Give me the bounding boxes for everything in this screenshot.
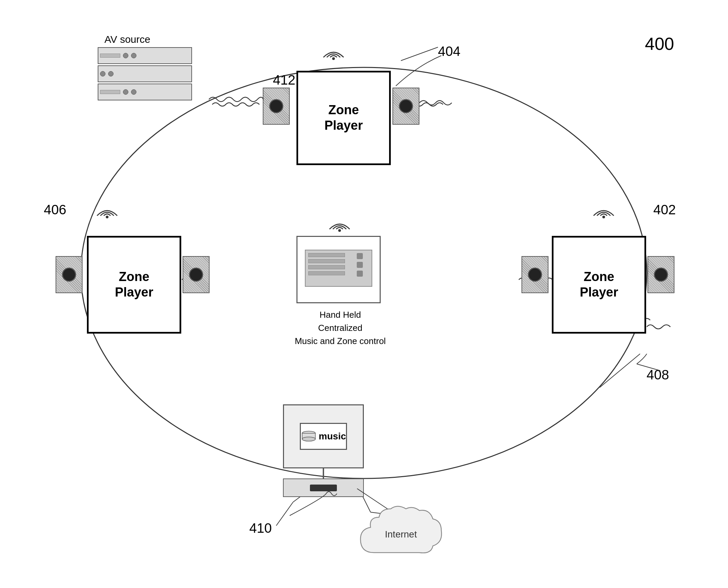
- svg-line-5: [276, 502, 293, 526]
- diagram-container: 400 ZonePlayer 404 412 AV source: [0, 0, 728, 588]
- computer-container: music: [283, 404, 364, 497]
- internet-cloud: Internet: [354, 499, 448, 567]
- av-source-device: [98, 47, 192, 100]
- label-402: 402: [653, 202, 676, 217]
- svg-text:Internet: Internet: [385, 529, 417, 540]
- speaker-dot: [269, 99, 283, 113]
- label-404: 404: [438, 44, 461, 59]
- speaker-dot-lr: [189, 268, 203, 282]
- hand-held-controller: [297, 236, 381, 303]
- svg-line-3: [600, 354, 640, 387]
- speaker-right-r: [647, 256, 675, 293]
- label-408: 408: [646, 367, 669, 382]
- svg-point-10: [338, 229, 341, 232]
- hand-held-label: Hand HeldCentralizedMusic and Zone contr…: [276, 308, 404, 348]
- wifi-controller: [326, 216, 353, 234]
- svg-point-8: [106, 216, 108, 218]
- wifi-top: [320, 44, 347, 62]
- wifi-left: [94, 202, 121, 220]
- zone-player-right: ZonePlayer: [552, 236, 646, 334]
- speaker-dot-rr: [654, 268, 668, 282]
- speaker-dot-rl: [528, 268, 542, 282]
- speaker-top-right: [392, 88, 420, 125]
- zone-player-left: ZonePlayer: [87, 236, 181, 334]
- label-412: 412: [273, 72, 296, 88]
- label-400: 400: [645, 34, 674, 54]
- label-406: 406: [44, 202, 66, 217]
- speaker-dot-ll: [62, 268, 76, 282]
- label-410: 410: [249, 521, 272, 536]
- svg-point-9: [602, 216, 605, 218]
- av-source-label: AV source: [104, 34, 150, 45]
- svg-line-6: [401, 47, 438, 61]
- svg-point-13: [302, 437, 315, 441]
- zone-player-top: ZonePlayer: [297, 71, 391, 165]
- speaker-right-l: [521, 256, 549, 293]
- svg-point-7: [332, 57, 335, 60]
- speaker-top-left: [263, 88, 290, 125]
- speaker-dot-tr: [399, 99, 413, 113]
- wifi-right: [590, 202, 617, 220]
- speaker-left-l: [56, 256, 83, 293]
- speaker-left-r: [183, 256, 210, 293]
